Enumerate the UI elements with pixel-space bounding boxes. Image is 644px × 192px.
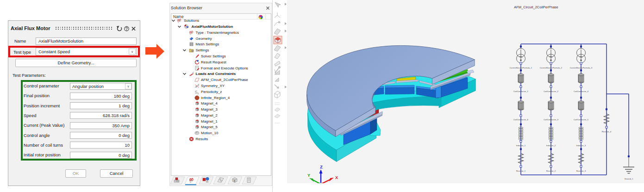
- svg-text:CurrentSourceFormula_3: CurrentSourceFormula_3: [570, 67, 593, 69]
- svg-text:Ground_1: Ground_1: [624, 178, 633, 180]
- svg-text:CoilConductor_6: CoilConductor_6: [513, 118, 529, 121]
- svg-text:Resistor_2: Resistor_2: [546, 170, 556, 172]
- svg-text:X: X: [335, 175, 338, 180]
- svg-text:CoilConductor_2: CoilConductor_2: [544, 90, 559, 93]
- svg-text:Inductor_2: Inductor_2: [546, 144, 556, 147]
- svg-text:CoilConductor_3: CoilConductor_3: [544, 118, 559, 121]
- svg-text:Inductor_1: Inductor_1: [516, 144, 526, 147]
- svg-text:Z: Z: [320, 165, 323, 169]
- svg-text:CoilConductor_1: CoilConductor_1: [513, 90, 529, 93]
- svg-text:CoilConductor_4: CoilConductor_4: [574, 90, 589, 93]
- svg-text:Inductor_3: Inductor_3: [576, 144, 586, 147]
- svg-text:y: y: [197, 91, 199, 94]
- svg-text:CoilConductor_5: CoilConductor_5: [574, 118, 589, 121]
- svg-text:Resistor_3: Resistor_3: [576, 170, 586, 172]
- svg-text:Resistor_1: Resistor_1: [516, 170, 526, 172]
- svg-text:Y: Y: [307, 173, 310, 178]
- svg-text:N: N: [234, 180, 236, 182]
- svg-text:AFM_Circuit_2CoilPerPhase: AFM_Circuit_2CoilPerPhase: [514, 5, 558, 9]
- svg-text:CurrentSourceFormula_1: CurrentSourceFormula_1: [510, 67, 532, 69]
- svg-text:CurrentSourceFormula_2: CurrentSourceFormula_2: [540, 67, 563, 69]
- svg-text:Resistor_4: Resistor_4: [602, 130, 612, 133]
